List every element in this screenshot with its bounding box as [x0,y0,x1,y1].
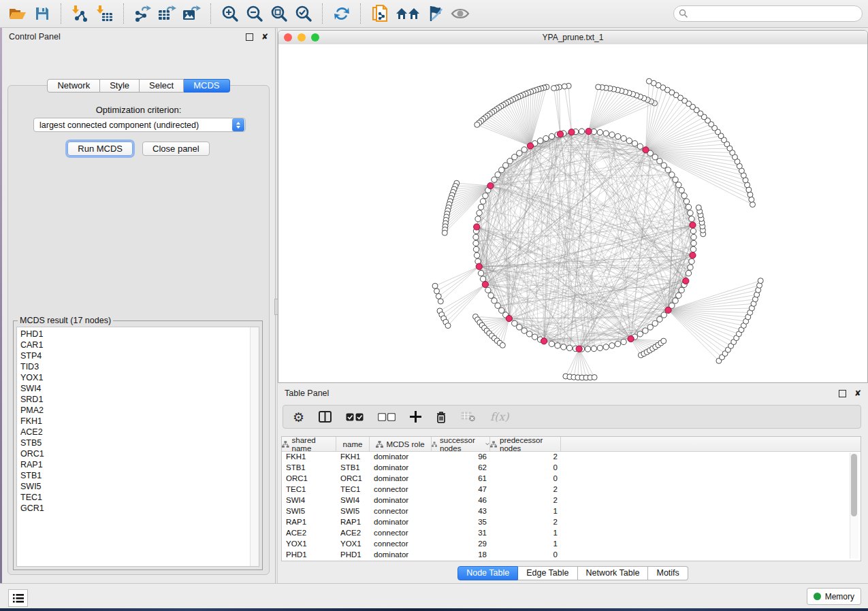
mcds-result-item[interactable]: PHD1 [20,329,259,340]
delete-table-button[interactable] [461,412,476,422]
criterion-dropdown[interactable]: largest connected component (undirected) [33,118,246,132]
mcds-result-item[interactable]: RAP1 [20,459,259,470]
delete-rows-button[interactable] [436,411,447,423]
table-row[interactable]: YOX1YOX1connector291 [282,539,861,550]
toolbar-separator [322,3,323,24]
table-cell: 18 [432,550,490,561]
tab-network-table[interactable]: Network Table [578,566,649,580]
function-builder-button[interactable]: f(x) [490,410,509,423]
mcds-result-item[interactable]: ORC1 [20,448,259,459]
select-all-button[interactable] [346,413,364,421]
tab-style[interactable]: Style [100,79,140,93]
tab-select[interactable]: Select [140,79,184,93]
import-table-button[interactable] [95,3,115,24]
table-row[interactable]: ORC1ORC1dominator610 [282,474,861,484]
float-window-icon[interactable] [246,33,253,41]
mcds-result-item[interactable]: CAR1 [20,340,259,350]
column-header-predecessor-nodes[interactable]: predecessor nodes [490,437,561,451]
tab-node-table[interactable]: Node Table [457,566,518,580]
mcds-result-item[interactable]: STB5 [20,437,259,448]
table-scrollbar[interactable] [850,452,858,559]
apply-layout-button[interactable] [332,3,352,24]
table-cell: dominator [370,517,432,528]
zoom-fit-button[interactable] [269,3,289,24]
export-network-button[interactable] [133,3,153,24]
clone-network-button[interactable] [370,3,390,24]
network-titlebar[interactable]: YPA_prune.txt_1 [278,31,867,45]
column-header-MCDS-role[interactable]: MCDS role [370,437,432,451]
node-table[interactable]: shared namenameMCDS rolesuccessor nodesp… [281,436,861,561]
mcds-result-item[interactable]: SRD1 [20,394,259,405]
mcds-result-item[interactable]: GCR1 [20,503,259,514]
search-input[interactable] [673,5,863,22]
maximize-window-icon[interactable] [311,33,319,42]
table-cell: dominator [370,495,432,506]
table-row[interactable]: STB1STB1dominator620 [282,463,861,474]
mcds-result-item[interactable]: YOX1 [20,372,259,383]
hide-selected-button[interactable] [425,3,446,24]
table-row[interactable]: FKH1FKH1dominator962 [282,452,861,463]
mcds-result-item[interactable]: TID3 [20,361,259,372]
zoom-selected-button[interactable] [293,3,314,24]
zoom-out-button[interactable] [244,3,265,24]
tab-network[interactable]: Network [47,79,100,93]
table-row[interactable]: ACE2ACE2connector311 [282,528,861,539]
network-window: YPA_prune.txt_1 [278,30,868,383]
show-columns-button[interactable] [319,411,332,423]
add-row-button[interactable] [410,411,421,423]
houses-icon [395,5,421,22]
table-row[interactable]: SWI5SWI5connector431 [282,506,861,517]
column-header-name[interactable]: name [336,437,370,451]
mcds-result-item[interactable]: SWI5 [20,481,259,492]
column-header-successor-nodes[interactable]: successor nodes [432,437,490,451]
mcds-result-item[interactable]: STP4 [20,350,259,361]
show-all-button[interactable] [450,3,470,24]
mcds-result-scrollbar[interactable] [250,327,259,566]
tab-edge-table[interactable]: Edge Table [518,566,577,580]
table-row[interactable]: RAP1RAP1dominator352 [282,517,861,528]
mcds-result-item[interactable]: SWI4 [20,383,259,394]
task-history-button[interactable] [8,589,28,607]
run-mcds-button[interactable]: Run MCDS [67,142,133,156]
table-cell: connector [370,539,432,550]
minimize-window-icon[interactable] [298,33,306,42]
mcds-result-item[interactable]: TEC1 [20,492,259,503]
mcds-result-item[interactable]: PMA2 [20,405,259,416]
mcds-result-item[interactable]: ACE2 [20,427,259,437]
tab-motifs[interactable]: Motifs [648,566,688,580]
column-header-shared-name[interactable]: shared name [282,437,336,451]
first-neighbors-button[interactable] [394,3,421,24]
close-panel-button[interactable]: Close panel [142,142,210,156]
close-panel-icon[interactable]: ✘ [261,33,268,41]
toolbar-separator [123,3,125,24]
table-cell: 35 [432,517,490,528]
mcds-result-item[interactable]: STB1 [20,470,259,481]
tab-mcds[interactable]: MCDS [184,79,229,93]
deselect-all-button[interactable] [378,413,396,421]
close-window-icon[interactable] [284,33,292,42]
export-network-icon [133,5,152,22]
table-tabs: Node Table Edge Table Network Table Moti… [278,566,868,580]
table-row[interactable]: SWI4SWI4dominator462 [282,495,861,506]
import-network-button[interactable] [70,3,91,24]
table-row[interactable]: PHD1PHD1dominator180 [282,550,861,561]
table-scrollbar-thumb[interactable] [851,454,857,516]
table-cell: RAP1 [336,517,370,528]
close-panel-icon[interactable]: ✘ [854,389,861,397]
mcds-result-item[interactable]: FKH1 [20,416,259,427]
plus-icon [410,411,421,423]
memory-status-icon [814,593,821,600]
search-field[interactable] [673,5,863,22]
zoom-in-button[interactable] [220,3,240,24]
criterion-dropdown-value: largest connected component (undirected) [34,120,232,130]
float-window-icon[interactable] [839,390,846,397]
table-row[interactable]: TEC1TEC1connector472 [282,484,861,495]
export-image-button[interactable] [182,3,202,24]
network-canvas[interactable] [278,44,867,382]
table-options-button[interactable]: ⚙ [293,410,304,425]
export-table-button[interactable] [157,3,178,24]
mcds-result-list[interactable]: PHD1CAR1STP4TID3YOX1SWI4SRD1PMA2FKH1ACE2… [16,327,259,567]
memory-button[interactable]: Memory [807,588,861,605]
open-file-button[interactable] [7,3,28,24]
save-session-button[interactable] [32,3,52,24]
